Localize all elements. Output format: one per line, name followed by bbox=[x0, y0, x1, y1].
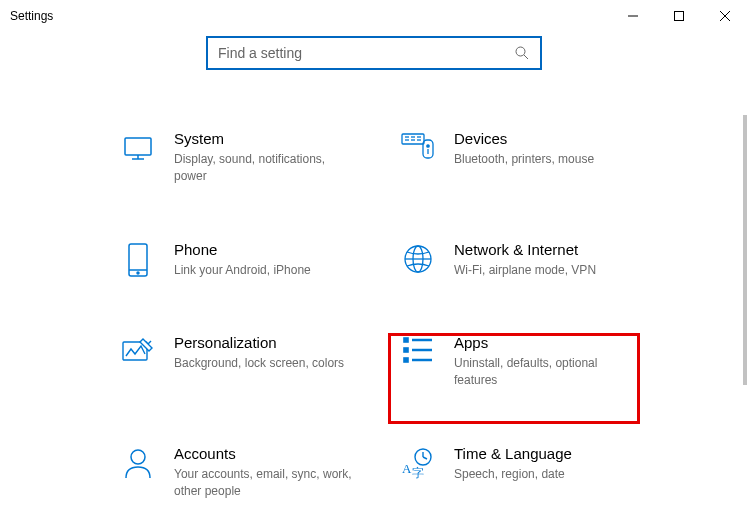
category-network[interactable]: Network & Internet Wi-Fi, airplane mode,… bbox=[400, 241, 670, 279]
category-title: Time & Language bbox=[454, 445, 572, 462]
category-title: Devices bbox=[454, 130, 594, 147]
window-controls bbox=[610, 0, 748, 32]
svg-point-4 bbox=[516, 47, 525, 56]
close-button[interactable] bbox=[702, 0, 748, 32]
category-desc: Speech, region, date bbox=[454, 466, 572, 483]
category-title: Network & Internet bbox=[454, 241, 596, 258]
settings-grid: System Display, sound, notifications, po… bbox=[0, 130, 748, 500]
search-box[interactable] bbox=[206, 36, 542, 70]
category-title: Apps bbox=[454, 334, 634, 351]
category-system[interactable]: System Display, sound, notifications, po… bbox=[120, 130, 390, 185]
time-language-icon: A 字 bbox=[400, 445, 436, 500]
svg-text:A: A bbox=[402, 461, 412, 476]
category-personalization[interactable]: Personalization Background, lock screen,… bbox=[120, 334, 390, 389]
category-apps[interactable]: Apps Uninstall, defaults, optional featu… bbox=[400, 334, 670, 389]
svg-point-33 bbox=[131, 450, 145, 464]
apps-icon bbox=[400, 334, 436, 389]
category-time-language[interactable]: A 字 Time & Language Speech, region, date bbox=[400, 445, 670, 500]
window-title: Settings bbox=[10, 9, 53, 23]
svg-rect-1 bbox=[675, 12, 684, 21]
category-devices[interactable]: Devices Bluetooth, printers, mouse bbox=[400, 130, 670, 185]
svg-line-5 bbox=[524, 55, 528, 59]
category-desc: Uninstall, defaults, optional features bbox=[454, 355, 634, 389]
maximize-button[interactable] bbox=[656, 0, 702, 32]
svg-text:字: 字 bbox=[412, 466, 424, 479]
category-desc: Wi-Fi, airplane mode, VPN bbox=[454, 262, 596, 279]
svg-rect-31 bbox=[404, 358, 408, 362]
category-title: Phone bbox=[174, 241, 311, 258]
category-desc: Display, sound, notifications, power bbox=[174, 151, 354, 185]
svg-line-36 bbox=[423, 457, 427, 459]
svg-rect-19 bbox=[129, 244, 147, 276]
accounts-icon bbox=[120, 445, 156, 500]
svg-point-17 bbox=[427, 145, 429, 147]
category-desc: Background, lock screen, colors bbox=[174, 355, 344, 372]
category-phone[interactable]: Phone Link your Android, iPhone bbox=[120, 241, 390, 279]
category-title: System bbox=[174, 130, 354, 147]
network-icon bbox=[400, 241, 436, 279]
svg-line-26 bbox=[148, 341, 151, 344]
svg-rect-29 bbox=[404, 348, 408, 352]
devices-icon bbox=[400, 130, 436, 185]
category-title: Personalization bbox=[174, 334, 344, 351]
svg-rect-9 bbox=[402, 134, 424, 144]
search-input[interactable] bbox=[218, 45, 498, 61]
scrollbar[interactable] bbox=[743, 115, 747, 385]
category-desc: Link your Android, iPhone bbox=[174, 262, 311, 279]
category-desc: Your accounts, email, sync, work, other … bbox=[174, 466, 354, 500]
svg-rect-6 bbox=[125, 138, 151, 155]
search-icon bbox=[514, 45, 530, 61]
system-icon bbox=[120, 130, 156, 185]
minimize-button[interactable] bbox=[610, 0, 656, 32]
category-accounts[interactable]: Accounts Your accounts, email, sync, wor… bbox=[120, 445, 390, 500]
category-desc: Bluetooth, printers, mouse bbox=[454, 151, 594, 168]
phone-icon bbox=[120, 241, 156, 279]
svg-point-21 bbox=[137, 272, 139, 274]
category-title: Accounts bbox=[174, 445, 354, 462]
svg-rect-27 bbox=[404, 338, 408, 342]
personalization-icon bbox=[120, 334, 156, 389]
